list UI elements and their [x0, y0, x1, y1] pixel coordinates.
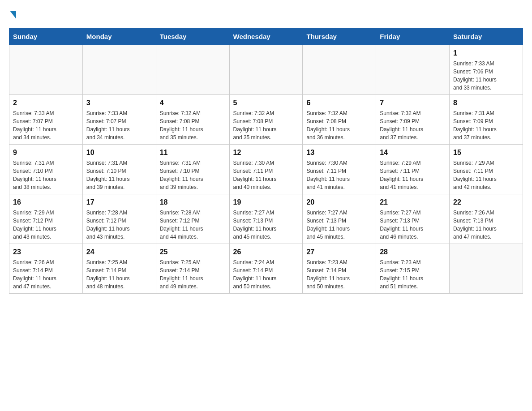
day-info: Sunrise: 7:29 AM Sunset: 7:11 PM Dayligh…	[453, 159, 519, 191]
weekday-header-tuesday: Tuesday	[156, 28, 229, 45]
day-info: Sunrise: 7:26 AM Sunset: 7:14 PM Dayligh…	[13, 258, 79, 291]
calendar-cell: 4Sunrise: 7:32 AM Sunset: 7:08 PM Daylig…	[156, 95, 229, 145]
weekday-header-sunday: Sunday	[9, 28, 83, 45]
calendar-cell: 5Sunrise: 7:32 AM Sunset: 7:08 PM Daylig…	[229, 95, 303, 145]
day-info: Sunrise: 7:29 AM Sunset: 7:12 PM Dayligh…	[13, 209, 79, 241]
calendar-cell: 25Sunrise: 7:25 AM Sunset: 7:14 PM Dayli…	[156, 244, 229, 294]
day-info: Sunrise: 7:31 AM Sunset: 7:10 PM Dayligh…	[86, 159, 152, 191]
calendar-cell: 14Sunrise: 7:29 AM Sunset: 7:11 PM Dayli…	[376, 145, 450, 194]
day-number: 24	[86, 247, 152, 257]
calendar-cell: 7Sunrise: 7:32 AM Sunset: 7:09 PM Daylig…	[376, 95, 450, 145]
weekday-header-saturday: Saturday	[450, 28, 523, 45]
weekday-header-wednesday: Wednesday	[229, 28, 303, 45]
calendar-cell: 28Sunrise: 7:23 AM Sunset: 7:15 PM Dayli…	[376, 244, 450, 294]
day-number: 4	[160, 98, 226, 108]
logo	[9, 9, 16, 19]
day-number: 22	[453, 197, 519, 208]
day-number: 15	[453, 147, 519, 158]
calendar-table: SundayMondayTuesdayWednesdayThursdayFrid…	[9, 28, 523, 294]
calendar-cell	[376, 45, 450, 95]
calendar-week-row: 9Sunrise: 7:31 AM Sunset: 7:10 PM Daylig…	[9, 145, 523, 194]
day-info: Sunrise: 7:32 AM Sunset: 7:08 PM Dayligh…	[233, 109, 299, 141]
day-number: 28	[380, 247, 446, 257]
day-number: 10	[86, 147, 152, 158]
day-number: 19	[233, 197, 299, 208]
day-number: 11	[160, 147, 226, 158]
calendar-cell: 8Sunrise: 7:31 AM Sunset: 7:09 PM Daylig…	[450, 95, 523, 145]
day-number: 21	[380, 197, 446, 208]
calendar-cell: 20Sunrise: 7:27 AM Sunset: 7:13 PM Dayli…	[303, 194, 376, 244]
day-number: 23	[13, 247, 79, 257]
calendar-cell: 19Sunrise: 7:27 AM Sunset: 7:13 PM Dayli…	[229, 194, 303, 244]
calendar-cell	[9, 45, 83, 95]
day-number: 9	[13, 147, 79, 158]
calendar-cell	[303, 45, 376, 95]
day-info: Sunrise: 7:25 AM Sunset: 7:14 PM Dayligh…	[86, 258, 152, 291]
weekday-header-friday: Friday	[376, 28, 450, 45]
calendar-cell: 24Sunrise: 7:25 AM Sunset: 7:14 PM Dayli…	[82, 244, 156, 294]
day-number: 12	[233, 147, 299, 158]
day-number: 6	[306, 98, 372, 108]
day-info: Sunrise: 7:32 AM Sunset: 7:08 PM Dayligh…	[306, 109, 372, 141]
calendar-cell: 15Sunrise: 7:29 AM Sunset: 7:11 PM Dayli…	[450, 145, 523, 194]
day-info: Sunrise: 7:33 AM Sunset: 7:07 PM Dayligh…	[86, 109, 152, 141]
day-info: Sunrise: 7:33 AM Sunset: 7:07 PM Dayligh…	[13, 109, 79, 141]
day-info: Sunrise: 7:31 AM Sunset: 7:10 PM Dayligh…	[160, 159, 226, 191]
day-number: 2	[13, 98, 79, 108]
day-number: 3	[86, 98, 152, 108]
calendar-cell: 18Sunrise: 7:28 AM Sunset: 7:12 PM Dayli…	[156, 194, 229, 244]
calendar-cell: 27Sunrise: 7:23 AM Sunset: 7:14 PM Dayli…	[303, 244, 376, 294]
calendar-cell: 16Sunrise: 7:29 AM Sunset: 7:12 PM Dayli…	[9, 194, 83, 244]
day-number: 8	[453, 98, 519, 108]
day-number: 16	[13, 197, 79, 208]
day-info: Sunrise: 7:31 AM Sunset: 7:10 PM Dayligh…	[13, 159, 79, 191]
calendar-week-row: 2Sunrise: 7:33 AM Sunset: 7:07 PM Daylig…	[9, 95, 523, 145]
logo-arrow-icon	[10, 11, 16, 19]
day-number: 20	[306, 197, 372, 208]
day-info: Sunrise: 7:30 AM Sunset: 7:11 PM Dayligh…	[306, 159, 372, 191]
day-number: 5	[233, 98, 299, 108]
calendar-cell	[450, 244, 523, 294]
day-number: 25	[160, 247, 226, 257]
calendar-cell	[82, 45, 156, 95]
day-info: Sunrise: 7:29 AM Sunset: 7:11 PM Dayligh…	[380, 159, 446, 191]
calendar-cell: 26Sunrise: 7:24 AM Sunset: 7:14 PM Dayli…	[229, 244, 303, 294]
day-info: Sunrise: 7:33 AM Sunset: 7:06 PM Dayligh…	[453, 60, 519, 92]
calendar-cell: 17Sunrise: 7:28 AM Sunset: 7:12 PM Dayli…	[82, 194, 156, 244]
calendar-cell: 21Sunrise: 7:27 AM Sunset: 7:13 PM Dayli…	[376, 194, 450, 244]
calendar-cell	[156, 45, 229, 95]
day-info: Sunrise: 7:23 AM Sunset: 7:15 PM Dayligh…	[380, 258, 446, 291]
calendar-cell: 11Sunrise: 7:31 AM Sunset: 7:10 PM Dayli…	[156, 145, 229, 194]
calendar-cell: 3Sunrise: 7:33 AM Sunset: 7:07 PM Daylig…	[82, 95, 156, 145]
day-info: Sunrise: 7:27 AM Sunset: 7:13 PM Dayligh…	[233, 209, 299, 241]
day-info: Sunrise: 7:32 AM Sunset: 7:08 PM Dayligh…	[160, 109, 226, 141]
calendar-cell: 12Sunrise: 7:30 AM Sunset: 7:11 PM Dayli…	[229, 145, 303, 194]
day-info: Sunrise: 7:25 AM Sunset: 7:14 PM Dayligh…	[160, 258, 226, 291]
day-number: 17	[86, 197, 152, 208]
calendar-cell: 23Sunrise: 7:26 AM Sunset: 7:14 PM Dayli…	[9, 244, 83, 294]
day-info: Sunrise: 7:27 AM Sunset: 7:13 PM Dayligh…	[380, 209, 446, 241]
calendar-week-row: 23Sunrise: 7:26 AM Sunset: 7:14 PM Dayli…	[9, 244, 523, 294]
calendar-week-row: 16Sunrise: 7:29 AM Sunset: 7:12 PM Dayli…	[9, 194, 523, 244]
page-header	[9, 9, 523, 19]
day-number: 14	[380, 147, 446, 158]
calendar-header-row: SundayMondayTuesdayWednesdayThursdayFrid…	[9, 28, 523, 45]
day-number: 1	[453, 48, 519, 59]
day-info: Sunrise: 7:32 AM Sunset: 7:09 PM Dayligh…	[380, 109, 446, 141]
calendar-week-row: 1Sunrise: 7:33 AM Sunset: 7:06 PM Daylig…	[9, 45, 523, 95]
day-info: Sunrise: 7:31 AM Sunset: 7:09 PM Dayligh…	[453, 109, 519, 141]
day-info: Sunrise: 7:30 AM Sunset: 7:11 PM Dayligh…	[233, 159, 299, 191]
calendar-cell	[229, 45, 303, 95]
calendar-cell: 6Sunrise: 7:32 AM Sunset: 7:08 PM Daylig…	[303, 95, 376, 145]
day-number: 26	[233, 247, 299, 257]
calendar-cell: 10Sunrise: 7:31 AM Sunset: 7:10 PM Dayli…	[82, 145, 156, 194]
day-info: Sunrise: 7:26 AM Sunset: 7:13 PM Dayligh…	[453, 209, 519, 241]
day-info: Sunrise: 7:23 AM Sunset: 7:14 PM Dayligh…	[306, 258, 372, 291]
day-info: Sunrise: 7:24 AM Sunset: 7:14 PM Dayligh…	[233, 258, 299, 291]
day-number: 13	[306, 147, 372, 158]
weekday-header-monday: Monday	[82, 28, 156, 45]
calendar-cell: 2Sunrise: 7:33 AM Sunset: 7:07 PM Daylig…	[9, 95, 83, 145]
calendar-cell: 22Sunrise: 7:26 AM Sunset: 7:13 PM Dayli…	[450, 194, 523, 244]
calendar-cell: 9Sunrise: 7:31 AM Sunset: 7:10 PM Daylig…	[9, 145, 83, 194]
calendar-cell: 1Sunrise: 7:33 AM Sunset: 7:06 PM Daylig…	[450, 45, 523, 95]
